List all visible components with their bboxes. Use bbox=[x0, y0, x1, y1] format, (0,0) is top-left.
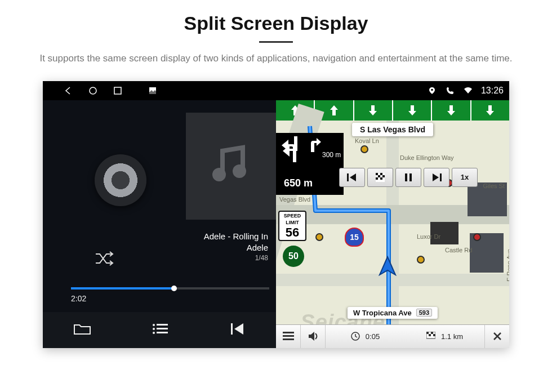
map-label-duke: Duke Ellington Way bbox=[400, 154, 454, 161]
svg-rect-32 bbox=[433, 334, 435, 336]
map-label-castle: Castle Rd bbox=[445, 247, 472, 253]
svg-point-5 bbox=[233, 164, 246, 178]
svg-rect-11 bbox=[157, 332, 168, 333]
svg-point-4 bbox=[212, 168, 226, 181]
map-label-vegas: Vegas Blvd bbox=[279, 196, 310, 203]
map-label-luxor: Luxor Dr bbox=[417, 233, 440, 240]
svg-rect-20 bbox=[380, 177, 382, 180]
map-label-koval: Koval Ln bbox=[355, 137, 379, 144]
speed-label-1: SPEED bbox=[279, 213, 305, 219]
lane-arrow bbox=[432, 100, 471, 121]
route-flag-button[interactable] bbox=[367, 168, 393, 187]
turn-left-icon bbox=[282, 136, 306, 166]
remaining-distance: 1.1 km bbox=[441, 332, 463, 341]
turn-instruction-box: 300 m 650 m bbox=[276, 133, 344, 195]
music-pane: Adele - Rolling In Adele 1/48 2:02 bbox=[43, 100, 276, 348]
map-label-reno: E Reno Ave bbox=[506, 249, 509, 282]
device-screenshot: 13:26 Adele - Rolling In Adele 1/48 bbox=[43, 81, 509, 348]
svg-point-0 bbox=[90, 87, 96, 94]
svg-rect-15 bbox=[376, 173, 378, 175]
current-turn-distance: 650 m bbox=[284, 177, 313, 189]
svg-rect-19 bbox=[376, 177, 378, 180]
page-description: It supports the same screen display of t… bbox=[39, 52, 512, 65]
route-shield: 50 bbox=[283, 246, 304, 267]
eta-stat: 0:05 bbox=[326, 332, 405, 341]
folder-icon[interactable] bbox=[73, 322, 91, 338]
svg-rect-17 bbox=[378, 175, 380, 177]
svg-rect-30 bbox=[431, 332, 433, 334]
svg-rect-25 bbox=[283, 335, 294, 337]
playlist-icon[interactable] bbox=[152, 323, 169, 337]
track-artist: Adele bbox=[204, 242, 268, 253]
phone-icon bbox=[445, 86, 455, 96]
track-index: 1/48 bbox=[204, 253, 268, 262]
street-bottom-badge: 593 bbox=[416, 309, 432, 317]
svg-point-6 bbox=[153, 324, 155, 326]
title-underline bbox=[259, 41, 293, 43]
svg-rect-23 bbox=[440, 173, 442, 181]
map-media-controls: 1x bbox=[339, 168, 478, 187]
track-metadata: Adele - Rolling In Adele 1/48 bbox=[204, 231, 268, 263]
svg-rect-12 bbox=[231, 323, 233, 335]
vehicle-cursor-icon bbox=[376, 256, 399, 280]
interstate-shield: 15 bbox=[345, 228, 364, 247]
svg-point-3 bbox=[431, 88, 433, 91]
clock-icon bbox=[351, 332, 360, 341]
nav-bottom-bar: 0:05 1.1 km bbox=[276, 324, 509, 348]
android-statusbar: 13:26 bbox=[43, 81, 509, 100]
next-turn-distance: 300 m bbox=[322, 151, 341, 159]
svg-rect-18 bbox=[382, 175, 385, 177]
location-icon bbox=[427, 86, 437, 96]
turn-right-icon bbox=[308, 136, 321, 154]
speed-multiplier-button[interactable]: 1x bbox=[452, 168, 478, 187]
speed-value: 56 bbox=[279, 225, 305, 240]
lane-arrow bbox=[354, 100, 393, 121]
back-icon[interactable] bbox=[63, 86, 73, 96]
street-name-top: S Las Vegas Blvd bbox=[352, 123, 433, 136]
speed-label-2: LIMIT bbox=[279, 220, 305, 225]
svg-rect-31 bbox=[429, 334, 431, 336]
svg-point-8 bbox=[153, 328, 155, 330]
svg-rect-9 bbox=[157, 328, 168, 329]
wifi-icon bbox=[463, 86, 473, 96]
prev-track-button[interactable] bbox=[339, 168, 365, 187]
album-art-placeholder bbox=[186, 113, 276, 220]
clock-text: 13:26 bbox=[481, 86, 504, 96]
svg-rect-26 bbox=[283, 338, 294, 340]
pause-button[interactable] bbox=[395, 168, 421, 187]
previous-track-icon[interactable] bbox=[230, 322, 246, 338]
sound-button[interactable] bbox=[301, 325, 326, 348]
svg-rect-16 bbox=[380, 173, 382, 175]
image-icon[interactable] bbox=[148, 86, 158, 96]
svg-point-10 bbox=[153, 332, 155, 334]
music-note-icon bbox=[206, 141, 256, 191]
svg-rect-1 bbox=[114, 87, 121, 94]
disc-visual bbox=[95, 154, 146, 206]
svg-rect-24 bbox=[283, 332, 294, 333]
distance-stat: 1.1 km bbox=[405, 332, 484, 341]
svg-rect-13 bbox=[347, 173, 349, 181]
track-title: Adele - Rolling In bbox=[204, 231, 268, 242]
street-bottom-text: W Tropicana Ave bbox=[353, 309, 412, 317]
speed-limit-sign: SPEED LIMIT 56 bbox=[278, 211, 306, 241]
lane-arrow bbox=[393, 100, 432, 121]
elapsed-time: 2:02 bbox=[71, 294, 86, 303]
lane-arrow bbox=[471, 100, 509, 121]
page-title: Split Screen Display bbox=[184, 12, 368, 34]
svg-rect-22 bbox=[409, 173, 412, 181]
recents-icon[interactable] bbox=[113, 86, 123, 96]
street-name-bottom: W Tropicana Ave 593 bbox=[348, 307, 438, 319]
svg-rect-21 bbox=[405, 173, 407, 181]
flag-icon bbox=[426, 332, 435, 341]
close-nav-button[interactable] bbox=[484, 325, 509, 348]
next-track-button[interactable] bbox=[424, 168, 449, 187]
svg-rect-7 bbox=[157, 324, 168, 326]
progress-bar[interactable] bbox=[71, 287, 269, 289]
map-label-giles: Giles St bbox=[483, 182, 505, 189]
svg-rect-29 bbox=[426, 332, 429, 334]
menu-button[interactable] bbox=[276, 325, 301, 348]
home-icon[interactable] bbox=[88, 86, 98, 96]
eta-time: 0:05 bbox=[366, 332, 380, 341]
navigation-pane: Koval Ln Duke Ellington Way Giles St Veg… bbox=[276, 100, 509, 348]
shuffle-icon[interactable] bbox=[95, 251, 114, 268]
